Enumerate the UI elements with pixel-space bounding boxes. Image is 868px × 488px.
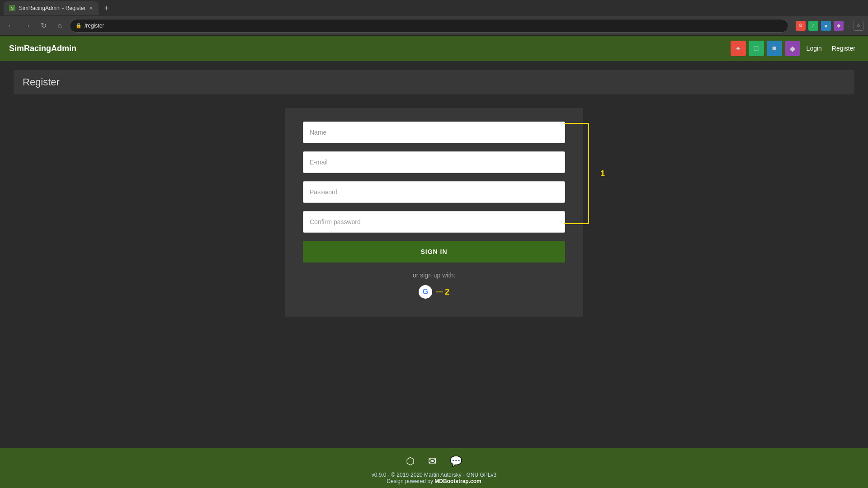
header-right: ✦ □ ■ ◆ Login Register: [731, 41, 859, 56]
browser-chrome: S SimRacingAdmin - Register × + ← → ↻ ⌂ …: [0, 0, 868, 36]
footer-icons: ⬡ ✉ 💬: [0, 455, 868, 467]
annotation-bracket-1: [564, 122, 596, 225]
register-link[interactable]: Register: [828, 43, 859, 54]
header-icon-purple[interactable]: ◆: [785, 41, 800, 56]
google-section: G — 2: [303, 285, 565, 299]
google-sign-up-button[interactable]: G: [419, 285, 432, 299]
or-signup-text: or sign up with:: [303, 272, 565, 279]
app-footer: ⬡ ✉ 💬 v0.9.0 - © 2019-2020 Martin Auters…: [0, 448, 868, 488]
annotation-2: — 2: [436, 287, 449, 297]
annotation-label-1: 1: [600, 169, 605, 178]
ext-icon-3[interactable]: ■: [821, 21, 831, 31]
browser-tab-bar: S SimRacingAdmin - Register × +: [0, 0, 868, 16]
browser-tab-active[interactable]: S SimRacingAdmin - Register ×: [4, 1, 99, 15]
new-tab-button[interactable]: +: [100, 2, 113, 14]
lock-icon: 🔒: [75, 23, 82, 28]
sign-in-button[interactable]: SIGN IN: [303, 241, 565, 263]
name-input[interactable]: [303, 122, 565, 143]
annotation-label-2: 2: [445, 287, 449, 297]
page-title-bar: Register: [14, 70, 854, 94]
page-content: Register: [0, 61, 868, 448]
tab-close-button[interactable]: ×: [89, 5, 93, 12]
tab-title: SimRacingAdmin - Register: [19, 5, 85, 11]
footer-copyright: v0.9.0 - © 2019-2020 Martin Auterský - G…: [0, 472, 868, 478]
register-card: 1 SIGN IN or sign up with: G — 2: [285, 108, 583, 317]
ext-icon-1[interactable]: ⚙: [796, 21, 806, 31]
email-input[interactable]: [303, 151, 565, 173]
back-button[interactable]: ←: [5, 19, 17, 32]
header-icon-red[interactable]: ✦: [731, 41, 746, 56]
browser-toolbar: ← → ↻ ⌂ 🔒 /register ⚙ ✓ ■ ◆ ··· ☆: [0, 16, 868, 35]
ext-more: ···: [846, 23, 851, 29]
email-icon[interactable]: ✉: [428, 455, 436, 467]
gitlab-icon[interactable]: ⬡: [406, 455, 415, 467]
url-text: /register: [85, 23, 104, 29]
app-brand: SimRacingAdmin: [9, 44, 76, 53]
browser-extensions: ⚙ ✓ ■ ◆ ··· ☆: [792, 21, 863, 31]
footer-powered-by: Design powered by MDBootstrap.com: [0, 478, 868, 484]
annotation-arrow-line: —: [436, 288, 443, 296]
url-bar[interactable]: 🔒 /register: [70, 19, 788, 33]
confirm-password-input[interactable]: [303, 211, 565, 233]
confirm-password-field-group: [303, 211, 565, 233]
login-link[interactable]: Login: [803, 43, 826, 54]
refresh-button[interactable]: ↻: [37, 19, 50, 32]
header-icon-blue[interactable]: ■: [767, 41, 782, 56]
discord-icon[interactable]: 💬: [450, 455, 462, 467]
email-field-group: [303, 151, 565, 173]
header-icon-green[interactable]: □: [749, 41, 764, 56]
ext-star[interactable]: ☆: [854, 21, 863, 31]
password-input[interactable]: [303, 181, 565, 203]
mdbootstrap-link[interactable]: MDBootstrap.com: [434, 478, 481, 484]
ext-icon-2[interactable]: ✓: [808, 21, 818, 31]
name-field-group: [303, 122, 565, 143]
home-button[interactable]: ⌂: [53, 19, 66, 32]
tab-favicon: S: [9, 5, 15, 11]
ext-icon-4[interactable]: ◆: [834, 21, 844, 31]
annotation-2-wrapper: G — 2: [419, 285, 449, 299]
page-title: Register: [23, 76, 845, 88]
password-field-group: [303, 181, 565, 203]
forward-button[interactable]: →: [21, 19, 33, 32]
app-header: SimRacingAdmin ✦ □ ■ ◆ Login Register: [0, 36, 868, 61]
